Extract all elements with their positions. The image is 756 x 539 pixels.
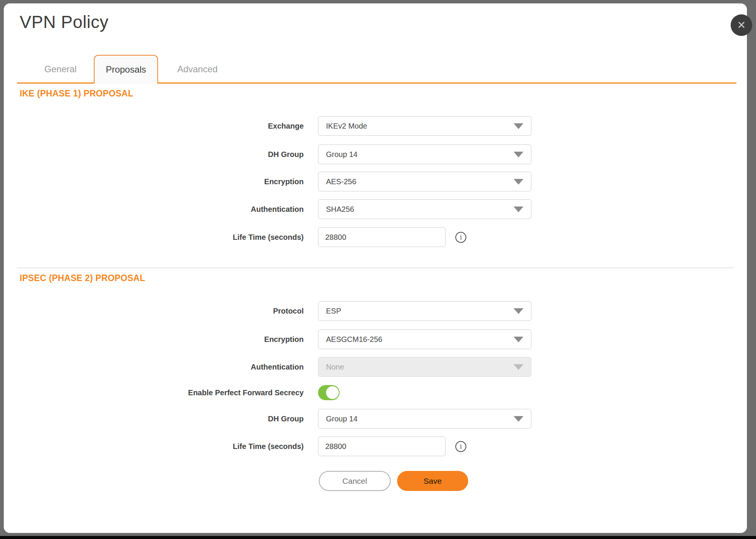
exchange-label: Exchange: [4, 122, 304, 130]
ike-dh-group-row: DH Group Group 14: [4, 144, 747, 164]
ike-encryption-label: Encryption: [4, 177, 304, 186]
pfs-label: Enable Perfect Forward Secrecy: [4, 388, 304, 397]
exchange-select[interactable]: IKEv2 Mode: [318, 116, 531, 136]
ipsec-authentication-select: None: [318, 357, 531, 377]
ipsec-dh-group-label: DH Group: [4, 415, 304, 423]
ike-lifetime-row: Life Time (seconds) i: [4, 227, 747, 247]
protocol-select[interactable]: ESP: [318, 301, 531, 321]
ipsec-lifetime-row: Life Time (seconds) i: [4, 436, 747, 456]
ipsec-lifetime-label: Life Time (seconds): [4, 442, 304, 451]
tab-general[interactable]: General: [28, 55, 93, 84]
protocol-row: Protocol ESP: [4, 301, 747, 321]
cancel-button[interactable]: Cancel: [319, 471, 391, 491]
tab-bar: General Proposals Advanced: [17, 55, 736, 84]
ike-dh-group-value: Group 14: [326, 150, 357, 159]
chevron-down-icon: [514, 123, 523, 129]
chevron-down-icon: [514, 416, 523, 422]
ike-lifetime-input[interactable]: [318, 227, 446, 247]
ike-phase1-heading: IKE (PHASE 1) PROPOSAL: [20, 89, 134, 99]
section-divider: [17, 267, 734, 268]
ipsec-authentication-row: Authentication None: [4, 357, 747, 377]
ike-authentication-label: Authentication: [4, 205, 304, 214]
ipsec-authentication-value: None: [326, 363, 344, 371]
close-icon[interactable]: ✕: [731, 14, 752, 36]
ike-encryption-select[interactable]: AES-256: [318, 172, 531, 191]
ike-authentication-select[interactable]: SHA256: [318, 199, 531, 219]
exchange-row: Exchange IKEv2 Mode: [4, 116, 747, 136]
ipsec-encryption-select[interactable]: AESGCM16-256: [318, 329, 531, 349]
save-button[interactable]: Save: [397, 471, 468, 491]
ike-authentication-value: SHA256: [326, 205, 354, 214]
ipsec-phase2-heading: IPSEC (PHASE 2) PROPOSAL: [20, 273, 145, 283]
ipsec-lifetime-input[interactable]: [318, 436, 446, 456]
ike-dh-group-select[interactable]: Group 14: [318, 144, 531, 164]
chevron-down-icon: [514, 364, 523, 370]
tab-advanced[interactable]: Advanced: [165, 55, 230, 84]
protocol-value: ESP: [326, 307, 341, 315]
protocol-label: Protocol: [4, 307, 304, 315]
tab-proposals[interactable]: Proposals: [94, 55, 158, 84]
pfs-row: Enable Perfect Forward Secrecy: [4, 385, 747, 400]
chevron-down-icon: [514, 207, 523, 212]
ike-lifetime-label: Life Time (seconds): [4, 233, 304, 242]
ipsec-dh-group-value: Group 14: [326, 415, 357, 423]
ipsec-encryption-row: Encryption AESGCM16-256: [4, 329, 747, 349]
ike-encryption-row: Encryption AES-256: [4, 172, 747, 191]
ike-authentication-row: Authentication SHA256: [4, 199, 747, 219]
info-icon[interactable]: i: [455, 232, 466, 243]
ike-dh-group-label: DH Group: [4, 150, 304, 159]
ipsec-dh-group-select[interactable]: Group 14: [318, 409, 531, 429]
toggle-knob: [326, 386, 339, 399]
info-icon[interactable]: i: [455, 441, 466, 452]
ipsec-encryption-value: AESGCM16-256: [326, 335, 382, 344]
ike-encryption-value: AES-256: [326, 177, 356, 186]
exchange-value: IKEv2 Mode: [326, 122, 367, 130]
chevron-down-icon: [514, 308, 523, 314]
ipsec-authentication-label: Authentication: [4, 363, 304, 371]
chevron-down-icon: [514, 179, 523, 185]
chevron-down-icon: [514, 152, 523, 157]
vpn-policy-dialog: VPN Policy General Proposals Advanced IK…: [4, 3, 747, 533]
pfs-toggle[interactable]: [318, 385, 340, 400]
ipsec-dh-group-row: DH Group Group 14: [4, 409, 747, 429]
ipsec-encryption-label: Encryption: [4, 335, 304, 344]
chevron-down-icon: [514, 337, 523, 342]
page-title: VPN Policy: [20, 12, 109, 32]
